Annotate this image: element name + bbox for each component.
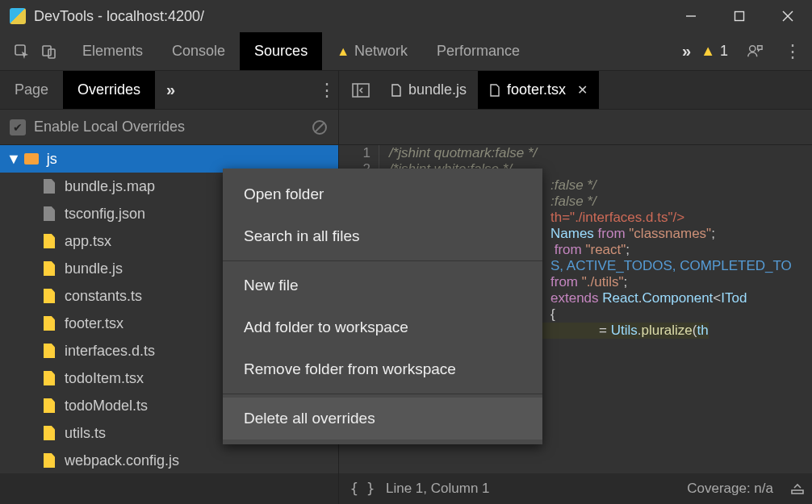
file-icon: [44, 289, 55, 303]
file-icon: [44, 179, 55, 194]
navigator-overflow-icon[interactable]: »: [155, 81, 186, 99]
folder-label: js: [47, 151, 57, 168]
file-icon: [44, 371, 55, 385]
context-item-search-in-all-files[interactable]: Search in all files: [223, 215, 542, 257]
file-icon: [44, 344, 55, 358]
editor-tabs: bundle.jsfooter.tsx✕: [339, 71, 812, 109]
enable-overrides-label: Enable Local Overrides: [34, 119, 311, 135]
cursor-position: Line 1, Column 1: [386, 481, 687, 497]
file-label: utils.ts: [65, 425, 106, 442]
file-label: todoModel.ts: [65, 398, 148, 414]
status-bar: { } Line 1, Column 1 Coverage: n/a: [0, 473, 812, 504]
close-icon[interactable]: ✕: [577, 82, 588, 98]
context-item-delete-all-overrides[interactable]: Delete all overrides: [223, 398, 542, 439]
maximize-button[interactable]: [715, 0, 764, 32]
enable-overrides-checkbox[interactable]: ✔: [10, 119, 26, 135]
window-title: DevTools - localhost:4200/: [34, 8, 667, 25]
editor-tab-bundle-js[interactable]: bundle.js: [379, 71, 478, 109]
file-label: webpack.config.js: [65, 452, 179, 469]
file-icon: [44, 316, 55, 331]
svg-point-7: [750, 45, 755, 51]
tab-network[interactable]: ▲Network: [322, 32, 422, 70]
context-item-remove-folder-from-workspace[interactable]: Remove folder from workspace: [223, 348, 542, 390]
stack-icon[interactable]: [783, 482, 812, 495]
context-item-new-file[interactable]: New file: [223, 264, 542, 306]
pretty-print-icon[interactable]: { }: [339, 481, 386, 497]
file-label: tsconfig.json: [65, 206, 145, 223]
overrides-options: ✔ Enable Local Overrides: [0, 110, 339, 144]
chevron-down-icon: ▼: [6, 151, 21, 168]
editor-tab-label: footer.tsx: [507, 81, 566, 98]
file-icon: [44, 261, 55, 276]
file-icon: [44, 426, 55, 440]
svg-rect-6: [48, 49, 55, 58]
svg-rect-5: [43, 46, 51, 56]
warning-count: 1: [720, 43, 728, 60]
tab-label: Performance: [437, 43, 520, 60]
titlebar: DevTools - localhost:4200/: [0, 0, 812, 32]
app-icon: [10, 8, 26, 24]
feedback-icon[interactable]: [741, 38, 768, 65]
minimize-button[interactable]: [667, 0, 715, 32]
file-label: constants.ts: [65, 288, 142, 305]
svg-rect-1: [735, 12, 744, 21]
clear-icon[interactable]: [311, 119, 329, 136]
separator: [223, 394, 542, 394]
editor-tab-footer-tsx[interactable]: footer.tsx✕: [478, 71, 599, 109]
tree-file[interactable]: webpack.config.js: [0, 447, 338, 473]
folder-icon: [24, 153, 39, 165]
file-icon: [44, 206, 55, 221]
warning-icon: ▲: [337, 44, 349, 59]
context-item-add-folder-to-workspace[interactable]: Add folder to workspace: [223, 306, 542, 348]
tab-label: Sources: [254, 43, 308, 60]
navigator-kebab-icon[interactable]: ⋮: [316, 80, 338, 101]
context-menu: Open folderSearch in all filesNew fileAd…: [223, 169, 542, 444]
editor-tab-label: bundle.js: [408, 81, 467, 98]
navigator-tab-page[interactable]: Page: [0, 71, 63, 109]
devtools-toolbar: ElementsConsoleSources▲NetworkPerformanc…: [0, 32, 812, 71]
device-toggle-icon[interactable]: [36, 38, 63, 65]
tab-label: Network: [354, 43, 408, 60]
file-label: app.tsx: [65, 233, 111, 250]
tab-sources[interactable]: Sources: [240, 32, 322, 70]
svg-rect-12: [792, 490, 803, 494]
close-button[interactable]: [764, 0, 812, 32]
file-label: bundle.js.map: [65, 178, 155, 195]
file-label: interfaces.d.ts: [65, 343, 155, 360]
coverage-status: Coverage: n/a: [687, 481, 783, 497]
file-label: bundle.js: [65, 260, 123, 277]
settings-kebab-icon[interactable]: ⋮: [781, 41, 804, 62]
navigator-tab-overrides[interactable]: Overrides: [63, 71, 155, 109]
warning-badge[interactable]: ▲ 1: [701, 43, 728, 60]
context-item-open-folder[interactable]: Open folder: [223, 173, 542, 215]
warning-icon: ▲: [701, 43, 715, 60]
tab-label: Elements: [82, 43, 143, 60]
file-label: todoItem.tsx: [65, 370, 144, 387]
file-icon: [44, 398, 55, 413]
file-icon: [391, 84, 402, 97]
tab-console[interactable]: Console: [157, 32, 240, 70]
svg-line-11: [315, 123, 324, 132]
tab-performance[interactable]: Performance: [422, 32, 534, 70]
file-icon: [489, 84, 500, 97]
file-icon: [44, 234, 55, 248]
tab-label: Console: [172, 43, 225, 60]
tab-elements[interactable]: Elements: [68, 32, 157, 70]
file-icon: [44, 453, 55, 468]
navigator-tabs: PageOverrides » ⋮: [0, 71, 339, 109]
file-nav-icon[interactable]: [347, 83, 375, 98]
file-label: footer.tsx: [65, 315, 123, 332]
tabs-overflow-icon[interactable]: »: [672, 42, 701, 60]
separator: [223, 260, 542, 261]
inspect-icon[interactable]: [8, 38, 36, 65]
